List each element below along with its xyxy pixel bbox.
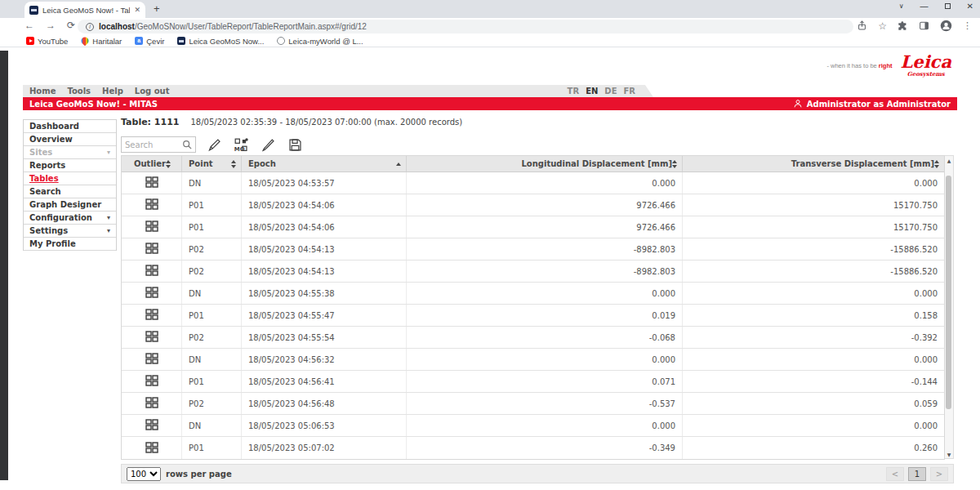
forward-icon[interactable]: → [46,20,56,31]
table-row[interactable]: DN18/05/2023 04:53:570.0000.000 [122,172,944,194]
outlier-grid-icon[interactable] [145,265,158,278]
table-row[interactable]: P0218/05/2023 04:54:13-8982.803-15886.52… [122,261,944,283]
language-fr[interactable]: FR [623,87,635,96]
outlier-grid-icon[interactable] [145,176,158,189]
table-row[interactable]: P0118/05/2023 05:07:02-0.3490.260 [122,437,944,459]
cell-point: P02 [182,261,242,282]
table-row[interactable]: P0118/05/2023 04:54:069726.46615170.750 [122,194,944,216]
sidebar-item-tables[interactable]: Tables [24,172,116,185]
share-icon[interactable] [857,20,867,31]
table-row[interactable]: P0118/05/2023 04:54:069726.46615170.750 [122,216,944,238]
tab-close-icon[interactable]: ✕ [134,6,140,14]
column-header-epoch[interactable]: Epoch [242,156,407,172]
outlier-grid-icon[interactable] [145,331,158,344]
bookmark-evir[interactable]: aÇevir [135,37,164,46]
cell-point: DN [182,349,242,370]
leica-logo: Leica Geosystems [901,54,952,78]
search-input[interactable] [125,140,182,149]
outlier-grid-icon[interactable] [145,442,158,455]
table-row[interactable]: P0218/05/2023 04:55:54-0.068-0.392 [122,327,944,349]
cell-epoch: 18/05/2023 04:55:47 [242,305,407,326]
outlier-grid-icon[interactable] [145,243,158,256]
table-row[interactable]: DN18/05/2023 04:56:320.0000.000 [122,349,944,371]
outlier-grid-icon[interactable] [145,419,158,432]
column-header-longitudinal[interactable]: Longitudinal Displacement [mm] [407,156,683,172]
sidebar-item-sites[interactable]: Sites▾ [24,146,116,159]
mimic-grid-icon[interactable]: MO [232,136,250,154]
table-row[interactable]: P0118/05/2023 04:55:470.0190.158 [122,305,944,327]
sidebar-item-settings[interactable]: Settings▾ [24,225,116,238]
column-label: Transverse Displacement [mm] [791,159,934,168]
tab-search-icon[interactable]: ∨ [899,2,904,10]
bookmark-star-icon[interactable]: ☆ [878,20,887,32]
save-icon[interactable] [286,136,304,154]
outlier-grid-icon[interactable] [145,287,158,300]
scroll-up-icon[interactable]: ▲ [945,156,953,164]
extensions-icon[interactable] [898,20,908,31]
user-menu[interactable]: Administrator as Administrator [793,99,957,109]
menu-tools[interactable]: Tools [67,87,91,96]
bookmark-haritalar[interactable]: Haritalar [81,37,122,46]
bookmark-leica-geomos-now[interactable]: Leica GeoMoS Now... [177,37,264,46]
table-row[interactable]: DN18/05/2023 05:06:530.0000.000 [122,415,944,437]
language-tr[interactable]: TR [568,87,580,96]
new-tab-button[interactable]: + [154,2,160,15]
column-header-outlier[interactable]: Outlier [122,156,182,172]
outlier-grid-icon[interactable] [145,375,158,388]
edit-pencil-icon[interactable] [205,136,223,154]
address-bar[interactable]: i localhost/GeoMoSNow/User/TableReport/T… [78,20,853,33]
table-row[interactable]: P0118/05/2023 04:56:410.071-0.144 [122,371,944,393]
brush-icon[interactable] [259,136,277,154]
report-title: Table: 1111 [121,117,179,127]
bookmark-leica-myworld-l[interactable]: Leica-myWorld @ L... [277,37,363,46]
restore-icon[interactable] [945,3,951,9]
cell-point: P02 [182,393,242,414]
sidebar-item-label: Reports [29,161,65,170]
browser-menu-icon[interactable]: ⋮ [963,20,972,31]
scrollbar-thumb[interactable] [946,176,951,409]
table-row[interactable]: P0218/05/2023 04:54:13-8982.803-15886.52… [122,238,944,261]
menu-log-out[interactable]: Log out [135,87,170,96]
reload-icon[interactable]: ⟳ [67,20,75,31]
profile-avatar[interactable] [940,20,952,32]
outlier-grid-icon[interactable] [145,309,158,322]
sidebar-item-overview[interactable]: Overview [24,133,116,146]
table-row[interactable]: P0218/05/2023 04:56:48-0.5370.059 [122,393,944,415]
menu-home[interactable]: Home [29,87,56,96]
rows-per-page-select[interactable]: 100 [127,467,161,481]
sidebar-item-label: Overview [29,135,73,144]
sidebar-item-my-profile[interactable]: My Profile [24,238,116,251]
table-row[interactable]: DN18/05/2023 04:55:380.0000.000 [122,283,944,305]
window-close-icon[interactable]: ✕ [967,2,973,11]
next-page-button[interactable]: > [930,467,948,481]
site-info-icon[interactable]: i [86,23,94,31]
cell-point: P01 [182,371,242,392]
search-icon[interactable] [182,140,192,149]
bookmark-label: Haritalar [92,37,122,46]
sidebar-item-configuration[interactable]: Configuration▾ [24,212,116,225]
language-de[interactable]: DE [604,87,617,96]
menu-help[interactable]: Help [102,87,123,96]
column-header-point[interactable]: Point [182,156,242,172]
current-page-button[interactable]: 1 [908,467,926,481]
outlier-grid-icon[interactable] [145,353,158,366]
language-en[interactable]: EN [586,87,598,96]
sidebar-item-search[interactable]: Search [24,185,116,198]
minimize-icon[interactable]: — [920,2,929,11]
prev-page-button[interactable]: < [886,467,904,481]
sidebar-item-reports[interactable]: Reports [24,159,116,172]
outlier-grid-icon[interactable] [145,198,158,212]
sidebar-item-dashboard[interactable]: Dashboard [24,120,116,133]
scroll-down-icon[interactable]: ▼ [945,450,953,458]
back-icon[interactable]: ← [24,20,34,31]
browser-tab[interactable]: Leica GeoMoS Now! - Table Rep ✕ [24,2,145,18]
outlier-grid-icon[interactable] [145,220,158,234]
bookmark-youtube[interactable]: YouTube [26,37,68,46]
app-title-bar: Leica GeoMoS Now! - MITAS Administrator … [23,97,957,110]
cell-longitudinal: 9726.466 [407,194,683,216]
sidebar-item-graph-designer[interactable]: Graph Designer [24,198,116,212]
column-header-transverse[interactable]: Transverse Displacement [mm] [683,156,944,172]
outlier-grid-icon[interactable] [145,397,158,410]
vertical-scrollbar[interactable]: ▲ ▼ [945,155,954,459]
side-panel-icon[interactable] [919,20,929,31]
